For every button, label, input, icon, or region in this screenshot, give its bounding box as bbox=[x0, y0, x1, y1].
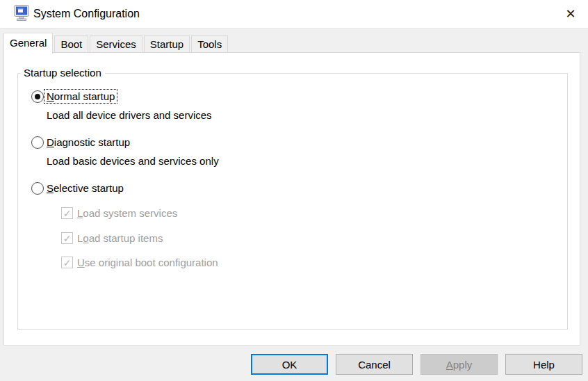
checkmark-icon: ✓ bbox=[63, 209, 72, 218]
radio-dot bbox=[35, 94, 40, 99]
checkmark-icon: ✓ bbox=[63, 234, 72, 243]
help-button[interactable]: Help bbox=[505, 354, 582, 375]
load-system-services-label: Load system services bbox=[75, 206, 179, 220]
close-icon[interactable]: ✕ bbox=[555, 0, 587, 28]
ok-button[interactable]: OK bbox=[251, 354, 328, 375]
use-original-boot-configuration-checkbox: ✓ bbox=[61, 257, 73, 268]
normal-startup-description: Load all device drivers and services bbox=[47, 109, 212, 121]
tab-strip: General Boot Services Startup Tools bbox=[3, 32, 229, 53]
load-startup-items-checkbox: ✓ bbox=[61, 232, 73, 244]
load-startup-items-label: Load startup items bbox=[75, 232, 165, 245]
title-bar: System Configuration ✕ bbox=[0, 0, 588, 29]
tab-startup[interactable]: Startup bbox=[144, 35, 190, 52]
use-original-boot-configuration-label: Use original boot configuration bbox=[75, 256, 220, 269]
msconfig-app-icon bbox=[14, 4, 29, 22]
normal-startup-radio[interactable] bbox=[31, 90, 44, 103]
selective-startup-radio-label[interactable]: Selective startup bbox=[44, 181, 126, 195]
tab-boot[interactable]: Boot bbox=[54, 35, 88, 52]
tab-tools[interactable]: Tools bbox=[191, 35, 228, 52]
load-system-services-checkbox: ✓ bbox=[61, 207, 73, 219]
diagnostic-startup-description: Load basic devices and services only bbox=[47, 155, 219, 167]
startup-selection-group-title: Startup selection bbox=[20, 67, 105, 79]
diagnostic-startup-radio-label[interactable]: Diagnostic startup bbox=[44, 136, 132, 149]
window-title: System Configuration bbox=[33, 0, 140, 28]
diagnostic-startup-radio[interactable] bbox=[31, 136, 44, 149]
tab-services[interactable]: Services bbox=[90, 35, 142, 52]
checkmark-icon: ✓ bbox=[63, 258, 72, 268]
normal-startup-radio-label[interactable]: Normal startup bbox=[44, 90, 117, 103]
cancel-button[interactable]: Cancel bbox=[336, 354, 413, 375]
apply-button: Apply bbox=[420, 354, 498, 375]
tab-general[interactable]: General bbox=[3, 33, 53, 54]
selective-startup-radio[interactable] bbox=[31, 182, 44, 195]
